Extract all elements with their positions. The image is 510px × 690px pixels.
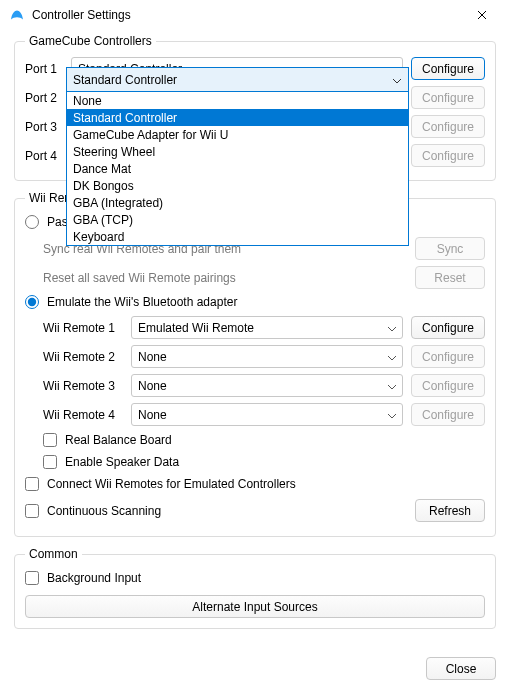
wiiremote1-label: Wii Remote 1 [43, 321, 123, 335]
alternate-sources-button[interactable]: Alternate Input Sources [25, 595, 485, 618]
port2-label: Port 2 [25, 91, 63, 105]
refresh-button[interactable]: Refresh [415, 499, 485, 522]
port3-configure-button[interactable]: Configure [411, 115, 485, 138]
connect-emu-label: Connect Wii Remotes for Emulated Control… [47, 477, 296, 491]
real-balance-checkbox[interactable] [43, 433, 57, 447]
window: Controller Settings GameCube Controllers… [0, 0, 510, 690]
port3-label: Port 3 [25, 120, 63, 134]
wiiremote1-configure-button[interactable]: Configure [411, 316, 485, 339]
footer: Close [426, 657, 496, 680]
wiiremote3-select[interactable]: None [131, 374, 403, 397]
wiiremote4-label: Wii Remote 4 [43, 408, 123, 422]
wiiremote2-label: Wii Remote 2 [43, 350, 123, 364]
window-title: Controller Settings [32, 8, 131, 22]
wiiremote2-select[interactable]: None [131, 345, 403, 368]
dropdown-option[interactable]: Keyboard [67, 228, 408, 245]
dropdown-option[interactable]: GameCube Adapter for Wii U [67, 126, 408, 143]
radio-emulate[interactable] [25, 295, 39, 309]
dropdown-option[interactable]: Standard Controller [67, 109, 408, 126]
radio-emulate-label: Emulate the Wii's Bluetooth adapter [47, 295, 237, 309]
port1-dropdown-open[interactable]: Standard Controller None Standard Contro… [66, 67, 409, 246]
reset-text: Reset all saved Wii Remote pairings [43, 271, 415, 285]
close-icon [477, 10, 487, 20]
dropdown-option[interactable]: GBA (TCP) [67, 211, 408, 228]
port1-dropdown-selected-text: Standard Controller [73, 73, 177, 87]
wiiremote3-label: Wii Remote 3 [43, 379, 123, 393]
real-balance-label: Real Balance Board [65, 433, 172, 447]
port2-configure-button[interactable]: Configure [411, 86, 485, 109]
dropdown-option[interactable]: GBA (Integrated) [67, 194, 408, 211]
wiiremote3-configure-button[interactable]: Configure [411, 374, 485, 397]
chevron-down-icon [392, 75, 402, 85]
radio-passthrough[interactable] [25, 215, 39, 229]
dropdown-option[interactable]: None [67, 92, 408, 109]
dropdown-option[interactable]: DK Bongos [67, 177, 408, 194]
gamecube-legend: GameCube Controllers [25, 34, 156, 48]
wiiremote4-configure-button[interactable]: Configure [411, 403, 485, 426]
connect-emu-checkbox[interactable] [25, 477, 39, 491]
common-legend: Common [25, 547, 82, 561]
background-input-checkbox[interactable] [25, 571, 39, 585]
wiiremote1-select[interactable]: Emulated Wii Remote [131, 316, 403, 339]
port4-label: Port 4 [25, 149, 63, 163]
close-button[interactable]: Close [426, 657, 496, 680]
sync-button[interactable]: Sync [415, 237, 485, 260]
common-group: Common Background Input Alternate Input … [14, 547, 496, 629]
dropdown-option[interactable]: Dance Mat [67, 160, 408, 177]
app-icon [8, 6, 26, 24]
titlebar: Controller Settings [0, 0, 510, 30]
port1-dropdown-list: None Standard Controller GameCube Adapte… [67, 91, 408, 245]
window-close-button[interactable] [460, 0, 504, 30]
wiiremote4-select[interactable]: None [131, 403, 403, 426]
port1-dropdown-selected[interactable]: Standard Controller [67, 68, 408, 91]
port4-configure-button[interactable]: Configure [411, 144, 485, 167]
dropdown-option[interactable]: Steering Wheel [67, 143, 408, 160]
reset-button[interactable]: Reset [415, 266, 485, 289]
background-input-label: Background Input [47, 571, 141, 585]
wiiremote2-configure-button[interactable]: Configure [411, 345, 485, 368]
port1-label: Port 1 [25, 62, 63, 76]
continuous-scan-checkbox[interactable] [25, 504, 39, 518]
speaker-label: Enable Speaker Data [65, 455, 179, 469]
speaker-checkbox[interactable] [43, 455, 57, 469]
continuous-scan-label: Continuous Scanning [47, 504, 161, 518]
port1-configure-button[interactable]: Configure [411, 57, 485, 80]
